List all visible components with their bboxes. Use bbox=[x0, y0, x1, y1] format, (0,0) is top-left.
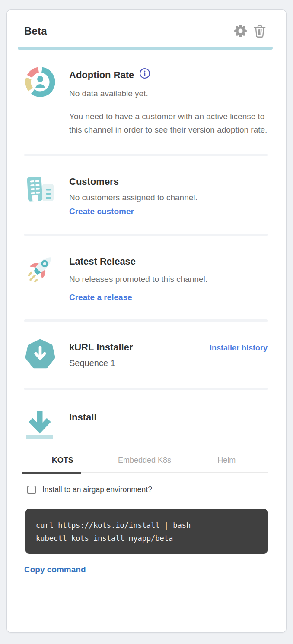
installer-history-link[interactable]: Installer history bbox=[210, 344, 268, 353]
adoption-rate-section: Adoption Rate No data available yet. You… bbox=[7, 50, 286, 154]
channel-card: Beta bbox=[6, 9, 287, 633]
kurl-installer-section: kURL Installer Installer history Sequenc… bbox=[7, 322, 286, 388]
kurl-installer-title: kURL Installer bbox=[69, 342, 133, 353]
tab-kots[interactable]: KOTS bbox=[22, 456, 104, 472]
airgap-row: Install to an airgap environment? bbox=[27, 485, 268, 494]
tab-helm[interactable]: Helm bbox=[185, 456, 268, 472]
tab-embedded-k8s[interactable]: Embedded K8s bbox=[104, 456, 186, 472]
adoption-empty-title: No data available yet. bbox=[69, 87, 268, 100]
header-actions bbox=[233, 24, 266, 38]
customers-empty-message: No customers assigned to channel. bbox=[69, 191, 268, 204]
install-tab-bar: KOTS Embedded K8s Helm bbox=[22, 456, 268, 473]
customers-title: Customers bbox=[69, 176, 268, 187]
trash-icon bbox=[253, 33, 266, 39]
airgap-label: Install to an airgap environment? bbox=[42, 485, 152, 494]
installer-sequence: Sequence 1 bbox=[69, 358, 268, 368]
rocket-icon bbox=[24, 253, 56, 302]
install-title: Install bbox=[69, 412, 268, 423]
create-customer-link[interactable]: Create customer bbox=[69, 207, 134, 216]
kurl-heptagon-download-icon bbox=[24, 338, 56, 370]
download-arrow-icon bbox=[24, 408, 56, 441]
copy-command-link[interactable]: Copy command bbox=[24, 565, 86, 575]
install-command-block: curl https://kots.io/install | bash kube… bbox=[25, 509, 268, 554]
customers-section: Customers No customers assigned to chann… bbox=[7, 156, 286, 234]
delete-button[interactable] bbox=[253, 24, 266, 38]
airgap-checkbox[interactable] bbox=[27, 486, 36, 494]
adoption-rate-donut-icon bbox=[24, 66, 56, 136]
adoption-rate-title: Adoption Rate bbox=[69, 69, 134, 81]
info-icon[interactable] bbox=[139, 68, 150, 79]
latest-release-section: Latest Release No releases promoted to t… bbox=[7, 236, 286, 319]
gear-icon bbox=[233, 33, 248, 39]
release-empty-message: No releases promoted to this channel. bbox=[69, 272, 268, 286]
channel-title: Beta bbox=[24, 25, 47, 37]
card-header: Beta bbox=[7, 10, 286, 47]
install-section: Install KOTS Embedded K8s Helm Install t… bbox=[7, 390, 286, 596]
adoption-empty-message: You need to have a customer with an acti… bbox=[69, 110, 268, 136]
channel-accent-rule bbox=[18, 47, 273, 50]
settings-button[interactable] bbox=[233, 24, 248, 38]
latest-release-title: Latest Release bbox=[69, 256, 268, 267]
customers-building-icon bbox=[24, 173, 56, 216]
create-release-link[interactable]: Create a release bbox=[69, 293, 132, 302]
install-command-line: curl https://kots.io/install | bash bbox=[36, 519, 257, 532]
install-command-line: kubectl kots install myapp/beta bbox=[36, 532, 257, 545]
